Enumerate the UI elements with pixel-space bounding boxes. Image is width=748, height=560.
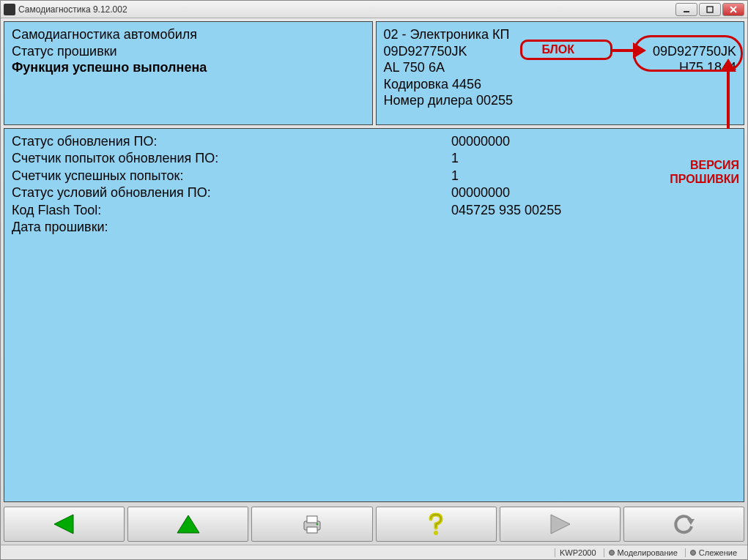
data-label-4: Код Flash Tool: [12,202,451,219]
data-value-5 [451,219,612,236]
data-value-1: 1 [451,150,612,167]
svg-point-10 [434,531,438,535]
right-info-panel: 02 - Электроника КП 09D927750JK 09D92775… [376,21,745,125]
firmware-status-label: Статус прошивки [12,43,365,60]
data-panel: Статус обновления ПО: 00000000 Счетчик п… [4,128,744,502]
component-right: H75 1844 [679,59,736,76]
printer-icon [300,514,325,534]
refresh-button[interactable] [623,507,744,542]
partnum-right: 09D927750JK [653,43,736,60]
titlebar: Самодиагностика 9.12.002 [1,1,747,18]
button-bar [1,505,747,545]
window-title: Самодиагностика 9.12.002 [18,4,675,15]
data-value-0: 00000000 [451,133,612,150]
print-button[interactable] [251,507,372,542]
data-label-2: Счетчик успешных попыток: [12,168,451,184]
maximize-button[interactable] [699,3,721,16]
svg-marker-12 [687,519,695,525]
status-dot-icon [690,550,696,556]
refresh-icon [671,513,696,535]
help-button[interactable] [376,507,497,542]
status-protocol: KWP2000 [555,548,601,557]
function-result: Функция успешно выполнена [12,59,365,76]
data-label-5: Дата прошивки: [12,219,451,236]
question-icon [426,512,446,536]
data-label-1: Счетчик попыток обновления ПО: [12,150,451,167]
svg-point-9 [316,523,318,526]
left-info-panel: Самодиагностика автомобиля Статус прошив… [4,21,373,125]
statusbar: KWP2000 Моделирование Слежение [1,545,747,559]
minimize-button[interactable] [675,3,697,16]
data-value-3: 00000000 [451,184,612,201]
svg-marker-5 [177,515,199,533]
svg-rect-1 [707,7,713,12]
svg-rect-7 [307,516,317,523]
content-area: Самодиагностика автомобиля Статус прошив… [1,18,747,505]
triangle-up-icon [175,513,201,535]
status-dot-icon [609,550,615,556]
status-tracking: Слежение [685,548,741,557]
triangle-left-icon [51,513,78,535]
data-value-4: 045725 935 00255 [451,202,612,219]
close-button[interactable] [722,3,744,16]
triangle-right-icon [547,513,573,535]
data-label-0: Статус обновления ПО: [12,133,451,150]
diag-title: Самодиагностика автомобиля [12,26,365,43]
dealer-line: Номер дилера 00255 [384,92,737,109]
header-panels: Самодиагностика автомобиля Статус прошив… [4,21,744,125]
forward-button[interactable] [500,507,621,542]
coding-line: Кодировка 4456 [384,76,737,93]
svg-marker-4 [54,515,73,534]
module-name: 02 - Электроника КП [384,26,737,43]
window-controls [675,3,744,16]
svg-marker-11 [551,515,570,534]
data-value-2: 1 [451,168,612,184]
component-left: AL 750 6A [384,59,445,76]
back-button[interactable] [4,507,125,542]
partnum-left: 09D927750JK [384,43,467,60]
svg-rect-8 [307,527,317,533]
app-icon [4,4,15,15]
data-label-3: Статус условий обновления ПО: [12,184,451,201]
up-button[interactable] [127,507,248,542]
status-modeling: Моделирование [604,548,682,557]
app-window: Самодиагностика 9.12.002 Самодиагностика… [0,0,748,560]
